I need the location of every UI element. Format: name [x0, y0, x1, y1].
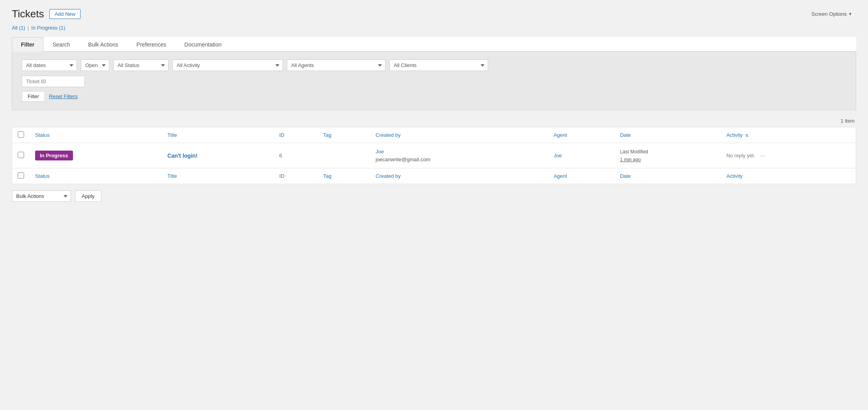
dates-filter[interactable]: All dates [22, 60, 77, 71]
activity-text: No reply yet. [726, 153, 755, 158]
screen-options-arrow-icon: ▼ [848, 12, 852, 16]
column-header-created-by[interactable]: Created by [370, 127, 548, 143]
created-by-email: joecanwrite@gmail.com [376, 157, 430, 162]
row-checkbox-cell [12, 143, 30, 168]
activity-dash: — [760, 153, 765, 158]
row-title-cell: Can't login! [162, 143, 273, 168]
ticket-title-link[interactable]: Can't login! [167, 153, 197, 159]
apply-button[interactable]: Apply [75, 190, 101, 202]
tabs-container: Filter Search Bulk Actions Preferences D… [12, 37, 856, 52]
add-new-button[interactable]: Add New [49, 9, 80, 19]
clients-filter[interactable]: All Clients [389, 60, 488, 71]
status-links: All (1) | In Progress (1) [12, 25, 856, 31]
footer-column-id[interactable]: ID [274, 168, 318, 184]
status-link-all[interactable]: All (1) [12, 25, 25, 31]
row-id-cell: 6 [274, 143, 318, 168]
date-label: Last Modified [620, 149, 648, 155]
reset-filters-button[interactable]: Reset Filters [49, 93, 78, 99]
column-header-activity[interactable]: Activity ⇅ [721, 127, 856, 143]
in-progress-badge: In Progress [35, 151, 73, 160]
row-status-cell: In Progress [30, 143, 162, 168]
header-checkbox-cell [12, 127, 30, 143]
footer-column-tag[interactable]: Tag [318, 168, 370, 184]
filter-button[interactable]: Filter [22, 91, 45, 102]
row-created-by-cell: Joe joecanwrite@gmail.com [370, 143, 548, 168]
bottom-bar: Bulk Actions Apply [12, 190, 856, 202]
row-date-cell: Last Modified 1 min ago [614, 143, 721, 168]
tab-search[interactable]: Search [43, 37, 79, 52]
bulk-actions-select[interactable]: Bulk Actions [12, 190, 71, 202]
footer-select-all-checkbox[interactable] [18, 172, 24, 179]
ticket-id-input[interactable] [22, 76, 85, 87]
footer-column-agent[interactable]: Agent [548, 168, 614, 184]
column-header-status[interactable]: Status [30, 127, 162, 143]
all-status-filter[interactable]: All Status [113, 60, 168, 71]
status-link-in-progress[interactable]: In Progress (1) [31, 25, 65, 31]
footer-checkbox-cell [12, 168, 30, 184]
column-header-tag[interactable]: Tag [318, 127, 370, 143]
tab-filter[interactable]: Filter [12, 37, 43, 52]
table-footer-row: Status Title ID Tag Created by Agent [12, 168, 856, 184]
activity-filter[interactable]: All Activity [172, 60, 283, 71]
created-by-name: Joe [376, 149, 384, 155]
select-all-checkbox[interactable] [18, 131, 24, 138]
item-count: 1 item [12, 118, 856, 124]
footer-column-title[interactable]: Title [162, 168, 273, 184]
column-header-title[interactable]: Title [162, 127, 273, 143]
footer-column-activity[interactable]: Activity [721, 168, 856, 184]
row-checkbox[interactable] [18, 152, 24, 158]
tab-preferences[interactable]: Preferences [127, 37, 175, 52]
row-activity-cell: No reply yet. — [721, 143, 856, 168]
column-header-date[interactable]: Date [614, 127, 721, 143]
page-title: Tickets [12, 8, 44, 20]
footer-column-date[interactable]: Date [614, 168, 721, 184]
open-status-filter[interactable]: Open [81, 60, 109, 71]
tickets-table: Status Title ID Tag Created by Agent [12, 127, 856, 184]
activity-sort-icon: ⇅ [745, 133, 748, 138]
status-separator: | [28, 25, 29, 31]
column-header-id[interactable]: ID [274, 127, 318, 143]
table-row: In Progress Can't login! 6 Joe joecanwri… [12, 143, 856, 168]
row-agent-cell: Joe [548, 143, 614, 168]
footer-column-status[interactable]: Status [30, 168, 162, 184]
row-tag-cell [318, 143, 370, 168]
screen-options-button[interactable]: Screen Options ▼ [807, 9, 856, 19]
agents-filter[interactable]: All Agents [287, 60, 385, 71]
time-ago: 1 min ago [620, 157, 641, 162]
tab-documentation[interactable]: Documentation [175, 37, 230, 52]
filter-panel: All dates Open All Status All Activity A… [12, 52, 856, 110]
footer-column-created-by[interactable]: Created by [370, 168, 548, 184]
column-header-agent[interactable]: Agent [548, 127, 614, 143]
tab-bulk-actions[interactable]: Bulk Actions [79, 37, 127, 52]
